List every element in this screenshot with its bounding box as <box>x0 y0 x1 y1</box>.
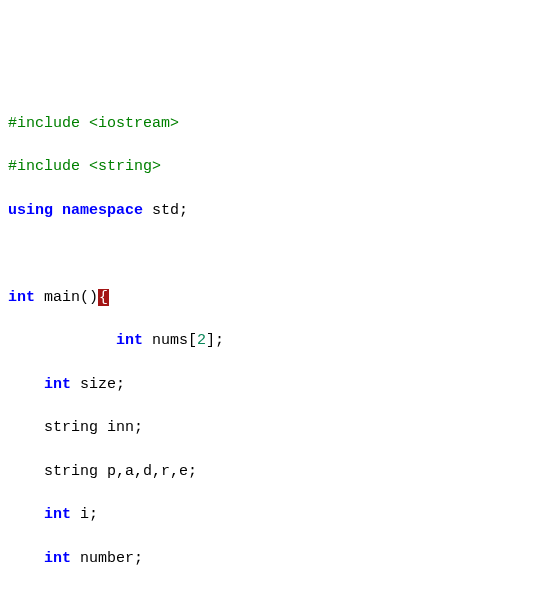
code-line: #include <iostream> <box>8 113 531 135</box>
code-text: string p,a,d,r,e; <box>44 463 197 480</box>
code-line <box>8 243 531 265</box>
code-text: ]; <box>206 332 224 349</box>
keyword: using <box>8 202 53 219</box>
code-line: int i; <box>8 504 531 526</box>
code-text: number; <box>71 550 143 567</box>
code-line: int nums[2]; <box>8 330 531 352</box>
code-text: nums[ <box>143 332 197 349</box>
code-text: string inn; <box>44 419 143 436</box>
code-line: int main(){ <box>8 287 531 309</box>
code-editor[interactable]: #include <iostream> #include <string> us… <box>8 91 531 613</box>
keyword: int <box>44 506 71 523</box>
keyword: int <box>116 332 143 349</box>
code-text: main() <box>35 289 98 306</box>
keyword: int <box>8 289 35 306</box>
keyword: namespace <box>62 202 143 219</box>
code-text: i; <box>71 506 98 523</box>
indent <box>8 419 44 436</box>
indent <box>8 463 44 480</box>
code-line: string inn; <box>8 417 531 439</box>
keyword: int <box>44 376 71 393</box>
preprocessor: #include <iostream> <box>8 115 179 132</box>
keyword: int <box>44 550 71 567</box>
code-line: string p,a,d,r,e; <box>8 461 531 483</box>
code-line: #include <string> <box>8 156 531 178</box>
code-line: int number; <box>8 548 531 570</box>
preprocessor: #include <string> <box>8 158 161 175</box>
indent <box>8 376 44 393</box>
code-line: int size; <box>8 374 531 396</box>
number: 2 <box>197 332 206 349</box>
indent <box>8 550 44 567</box>
cursor: { <box>98 289 109 306</box>
code-text: std; <box>143 202 188 219</box>
code-line: using namespace std; <box>8 200 531 222</box>
indent <box>8 332 116 349</box>
code-line <box>8 591 531 613</box>
indent <box>8 506 44 523</box>
code-text: size; <box>71 376 125 393</box>
